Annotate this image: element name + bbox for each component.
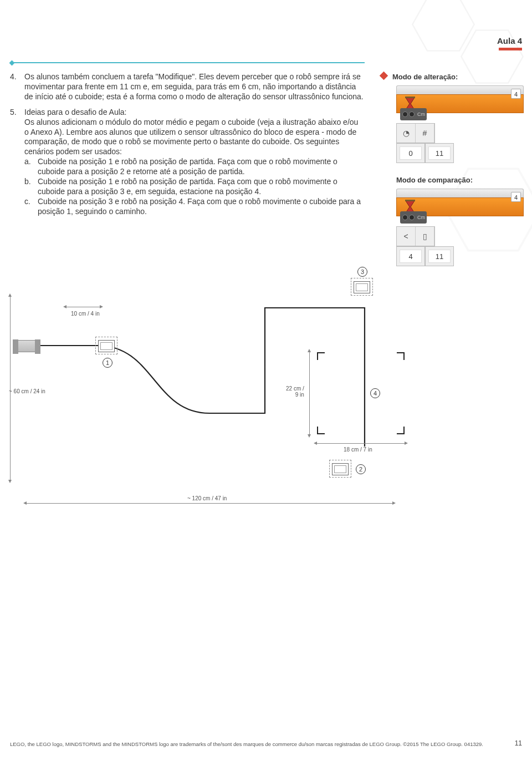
measure-18cm: 18 cm / 7 in (344, 447, 372, 453)
main-content: 4. Os alunos também concluem a tarefa "M… (10, 72, 365, 222)
marker-4: 4 (370, 388, 380, 398)
ev3-block-compare: 4 Cm < ▯ 4 11 (396, 189, 524, 266)
param-icon: # (416, 124, 434, 143)
title-underline (499, 48, 522, 50)
block-param: 11 (425, 246, 454, 266)
marker-1: 1 (103, 358, 112, 368)
robot-icon (13, 340, 40, 352)
subitem-b: Cuboide na posição 1 e robô na posição d… (38, 177, 365, 197)
param-value: 4 (400, 250, 422, 263)
page-title: Aula 4 (497, 36, 522, 45)
svg-rect-5 (405, 200, 415, 201)
mode-label-change: Modo de alteração: (392, 73, 458, 81)
block-param: < ▯ (396, 226, 435, 246)
param-value: 0 (400, 146, 422, 160)
param-icon: ◔ (397, 124, 416, 143)
paragraph-4: Os alunos também concluem a tarefa "Modi… (24, 72, 365, 102)
footer: LEGO, the LEGO logo, MINDSTORMS and the … (10, 741, 522, 748)
list-marker: 5. (10, 108, 24, 217)
footer-copyright: LEGO, the LEGO logo, MINDSTORMS and the … (10, 741, 483, 747)
paragraph-5-intro: Ideias para o desafio de Aula: (24, 108, 365, 118)
block-param: 0 (396, 143, 425, 163)
param-value: 11 (428, 250, 451, 263)
cuboid-icon (354, 281, 370, 293)
cuboid-icon (98, 340, 115, 352)
marker-2: 2 (356, 464, 366, 474)
param-icon: < (397, 227, 416, 246)
ultrasonic-sensor-icon: Cm (400, 108, 427, 120)
cuboid-icon (332, 463, 349, 475)
port-number: 4 (511, 192, 521, 202)
port-number: 4 (511, 89, 521, 99)
mode-label-compare: Modo de comparação: (396, 176, 473, 184)
red-diamond-icon (380, 72, 388, 80)
svg-rect-3 (405, 97, 415, 98)
sublist-marker: b. (24, 177, 38, 197)
paragraph-5-body: Os alunos adicionam o módulo do motor mé… (24, 118, 365, 158)
page-number: 11 (515, 739, 522, 748)
subitem-c: Cuboide na posição 3 e robô na posição 4… (38, 197, 365, 217)
ev3-block-change: 4 Cm ◔ # 0 11 (396, 85, 524, 163)
marker-3: 3 (357, 267, 367, 277)
measure-120cm: ~ 120 cm / 47 in (187, 495, 227, 501)
subitem-a: Cuboide na posição 1 e robô na posição d… (38, 157, 365, 177)
param-value: 11 (428, 146, 451, 160)
block-param: 4 (396, 246, 425, 266)
ultrasonic-sensor-icon: Cm (400, 211, 427, 224)
park-area-4 (317, 352, 405, 434)
param-icon: ▯ (416, 227, 434, 246)
list-marker: 4. (10, 72, 24, 102)
cuboid-pos2-box (329, 460, 351, 478)
block-param: ◔ # (396, 123, 435, 143)
cuboid-pos3-box (351, 278, 373, 296)
measure-10cm: 10 cm / 4 in (71, 311, 100, 317)
block-param: 11 (425, 143, 454, 163)
mat-diagram: 10 cm / 4 in 1 ~ 60 cm / 24 in 3 4 22 cm… (10, 280, 409, 513)
sublist-marker: c. (24, 197, 38, 217)
horizontal-rule (10, 62, 365, 63)
measure-22cm: 22 cm / 9 in (286, 385, 304, 398)
cuboid-pos1-box (95, 337, 117, 354)
measure-60cm: ~ 60 cm / 24 in (9, 388, 45, 394)
sublist-marker: a. (24, 157, 38, 177)
right-column: Modo de alteração: 4 Cm ◔ # 0 11 Modo d (381, 72, 519, 266)
